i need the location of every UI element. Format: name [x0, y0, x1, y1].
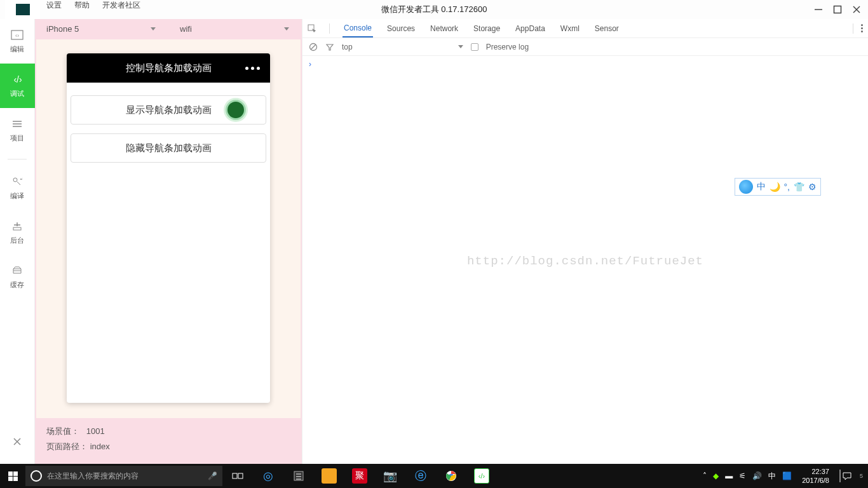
sidebar-item-label: 编辑: [10, 44, 24, 54]
taskbar-app-1[interactable]: ◎: [253, 464, 283, 488]
phone-canvas: 控制导航条加载动画 显示导航条加载动画 隐藏导航条加载动画: [36, 39, 301, 418]
ime-mascot-icon: [739, 180, 753, 194]
network-name: wifi: [180, 24, 192, 34]
menu-community[interactable]: 开发者社区: [96, 0, 147, 19]
context-name: top: [342, 43, 353, 51]
console-prompt: ›: [309, 60, 311, 69]
ime-gear-icon[interactable]: ⚙: [808, 182, 817, 192]
tab-wxml[interactable]: Wxml: [559, 19, 581, 37]
clock-date: 2017/6/8: [802, 476, 829, 485]
device-selector[interactable]: iPhone 5: [35, 24, 168, 34]
path-value: index: [90, 442, 110, 451]
code-icon: ‹›: [11, 29, 24, 41]
close-icon: [11, 436, 24, 447]
ime-shirt-icon[interactable]: 👕: [794, 182, 804, 192]
taskbar-app-red[interactable]: 聚: [352, 468, 367, 484]
show-loading-button[interactable]: 显示导航条加载动画: [71, 95, 266, 125]
chevron-down-icon: [151, 27, 156, 30]
sidebar-item-project[interactable]: 项目: [0, 108, 35, 152]
start-button[interactable]: [0, 464, 25, 488]
taskbar-calculator[interactable]: [283, 464, 314, 488]
svg-text:‹/›: ‹/›: [13, 74, 22, 85]
simulator-panel: iPhone 5 wifi 控制导航条加载动画 显示导航条加载动画: [35, 19, 302, 464]
cache-icon: [11, 265, 24, 276]
tray-ime[interactable]: 中: [768, 471, 776, 482]
ime-lang[interactable]: 中: [757, 181, 766, 193]
minimize-button[interactable]: [813, 4, 824, 15]
task-view-icon[interactable]: [222, 464, 253, 488]
tab-network[interactable]: Network: [429, 19, 459, 37]
svg-rect-21: [238, 473, 243, 478]
sidebar-item-background[interactable]: 后台: [0, 210, 35, 255]
sidebar-item-edit[interactable]: ‹› 编辑: [0, 19, 35, 64]
ime-moon-icon[interactable]: 🌙: [770, 182, 780, 192]
tray-chevron-icon[interactable]: ˄: [703, 471, 707, 480]
path-label: 页面路径：: [46, 442, 88, 451]
element-picker-icon[interactable]: [308, 24, 316, 33]
preserve-log-checkbox[interactable]: [471, 43, 478, 51]
tab-sources[interactable]: Sources: [386, 19, 416, 37]
sidebar-item-label: 缓存: [10, 280, 24, 290]
svg-point-10: [13, 178, 17, 182]
cortana-icon: [31, 470, 42, 482]
maximize-button[interactable]: [832, 4, 843, 15]
action-center-icon[interactable]: [839, 470, 853, 482]
devtools-more-icon[interactable]: [861, 24, 863, 32]
clear-console-icon[interactable]: [309, 43, 318, 51]
tab-appdata[interactable]: AppData: [514, 19, 546, 37]
simulator-footer: 场景值： 1001 页面路径： index: [35, 418, 302, 464]
microphone-icon[interactable]: 🎤: [208, 471, 217, 480]
filter-icon[interactable]: [325, 43, 334, 51]
taskbar-edge[interactable]: ⓔ: [405, 464, 436, 488]
sidebar-item-cache[interactable]: 缓存: [0, 255, 35, 299]
tray-app2-icon[interactable]: 🟦: [782, 471, 792, 480]
background-icon: [11, 220, 24, 232]
network-selector[interactable]: wifi: [168, 24, 302, 34]
ime-toolbar[interactable]: 中 🌙 °, 👕 ⚙: [735, 178, 822, 196]
taskbar-clock[interactable]: 22:37 2017/6/8: [798, 467, 833, 485]
taskbar-devtool[interactable]: ‹/›: [466, 464, 497, 488]
search-placeholder: 在这里输入你要搜索的内容: [47, 471, 139, 482]
debug-icon: ‹/›: [11, 74, 24, 85]
chevron-down-icon: [284, 27, 289, 30]
svg-text:‹›: ‹›: [15, 32, 19, 39]
hide-loading-button[interactable]: 隐藏导航条加载动画: [71, 133, 266, 163]
context-selector[interactable]: top: [342, 43, 463, 51]
taskbar-app-orange[interactable]: [322, 468, 337, 484]
menu-settings[interactable]: 设置: [40, 0, 68, 19]
divider: [329, 24, 330, 34]
button-label: 隐藏导航条加载动画: [126, 142, 212, 154]
preserve-log-label: Preserve log: [486, 43, 529, 51]
taskbar-search[interactable]: 在这里输入你要搜索的内容 🎤: [25, 466, 222, 486]
tray-battery-icon[interactable]: ▬: [725, 471, 733, 480]
ime-comma-icon[interactable]: °,: [784, 182, 790, 192]
taskbar-camera[interactable]: 📷: [375, 464, 405, 488]
navbar-menu-icon[interactable]: [245, 67, 260, 70]
tray-volume-icon[interactable]: 🔊: [752, 471, 762, 480]
sidebar-item-label: 调试: [10, 89, 24, 98]
phone-navbar: 控制导航条加载动画: [67, 53, 270, 83]
watermark-text: http://blog.csdn.net/FutrueJet: [467, 254, 703, 268]
close-button[interactable]: [851, 4, 862, 15]
sidebar-item-debug[interactable]: ‹/› 调试: [0, 64, 35, 108]
console-output[interactable]: ›: [302, 56, 868, 72]
svg-rect-20: [233, 473, 237, 478]
menu-help[interactable]: 帮助: [68, 0, 96, 19]
taskbar-chrome[interactable]: [436, 464, 466, 488]
sidebar-item-compile[interactable]: ∘= 编译: [0, 166, 35, 210]
sidebar-item-label: 项目: [10, 133, 24, 143]
sidebar-item-close[interactable]: [0, 419, 35, 464]
tab-sensor[interactable]: Sensor: [593, 19, 620, 37]
notif-count: 5: [860, 473, 863, 479]
window-title: 微信开发者工具 0.17.172600: [381, 4, 487, 15]
chevron-down-icon: [458, 45, 463, 48]
tab-storage[interactable]: Storage: [472, 19, 501, 37]
tab-console[interactable]: Console: [342, 19, 373, 37]
tray-wifi-icon[interactable]: ⚟: [739, 471, 746, 480]
navbar-title: 控制导航条加载动画: [126, 62, 212, 74]
scene-label: 场景值：: [46, 426, 79, 436]
app-logo: [5, 0, 40, 19]
clock-time: 22:37: [802, 467, 829, 476]
svg-rect-1: [834, 6, 841, 13]
tray-app-icon[interactable]: ◆: [713, 471, 719, 480]
